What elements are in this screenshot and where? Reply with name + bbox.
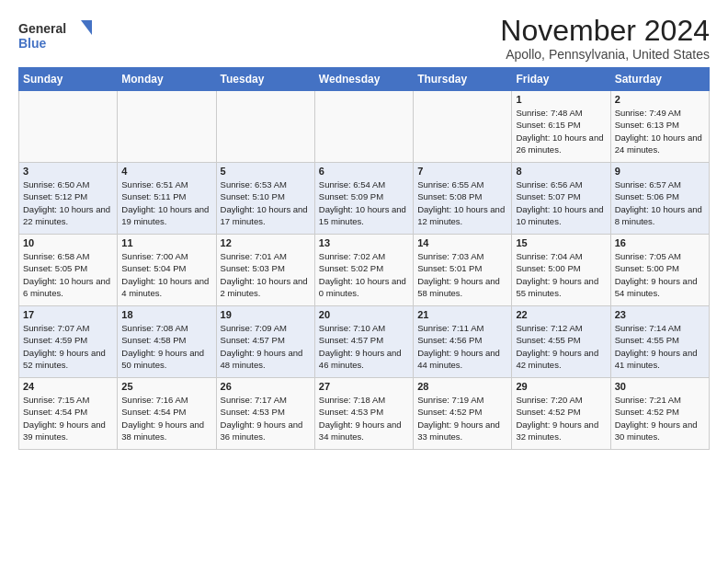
day-number: 4 [121, 166, 211, 177]
day-number: 18 [121, 309, 211, 320]
table-row: 30Sunrise: 7:21 AM Sunset: 4:52 PM Dayli… [610, 378, 709, 450]
day-info: Sunrise: 7:48 AM Sunset: 6:15 PM Dayligh… [516, 107, 606, 155]
table-row: 14Sunrise: 7:03 AM Sunset: 5:01 PM Dayli… [414, 235, 512, 306]
day-number: 17 [23, 309, 113, 320]
table-row [414, 91, 512, 163]
table-row: 28Sunrise: 7:19 AM Sunset: 4:52 PM Dayli… [414, 378, 512, 450]
table-row: 1Sunrise: 7:48 AM Sunset: 6:15 PM Daylig… [512, 91, 610, 163]
day-info: Sunrise: 7:19 AM Sunset: 4:52 PM Dayligh… [417, 394, 507, 442]
table-row: 20Sunrise: 7:10 AM Sunset: 4:57 PM Dayli… [314, 306, 413, 378]
col-monday: Monday [118, 68, 216, 91]
table-row: 2Sunrise: 7:49 AM Sunset: 6:13 PM Daylig… [610, 91, 709, 163]
day-info: Sunrise: 6:51 AM Sunset: 5:11 PM Dayligh… [121, 178, 211, 227]
day-info: Sunrise: 7:09 AM Sunset: 4:57 PM Dayligh… [221, 322, 311, 371]
table-row: 19Sunrise: 7:09 AM Sunset: 4:57 PM Dayli… [216, 306, 314, 378]
svg-text:Blue: Blue [18, 36, 47, 51]
day-info: Sunrise: 7:07 AM Sunset: 4:59 PM Dayligh… [23, 322, 113, 371]
col-sunday: Sunday [19, 68, 118, 91]
day-info: Sunrise: 7:08 AM Sunset: 4:58 PM Dayligh… [121, 322, 211, 371]
table-row: 15Sunrise: 7:04 AM Sunset: 5:00 PM Dayli… [512, 235, 610, 306]
day-number: 9 [615, 166, 705, 177]
day-info: Sunrise: 7:05 AM Sunset: 5:00 PM Dayligh… [615, 250, 705, 299]
day-number: 3 [23, 166, 113, 177]
table-row: 22Sunrise: 7:12 AM Sunset: 4:55 PM Dayli… [512, 306, 610, 378]
day-info: Sunrise: 7:18 AM Sunset: 4:53 PM Dayligh… [319, 394, 409, 442]
day-info: Sunrise: 6:58 AM Sunset: 5:05 PM Dayligh… [23, 250, 113, 299]
col-tuesday: Tuesday [216, 68, 314, 91]
day-info: Sunrise: 7:04 AM Sunset: 5:00 PM Dayligh… [516, 250, 606, 299]
table-row: 29Sunrise: 7:20 AM Sunset: 4:52 PM Dayli… [512, 378, 610, 450]
header: General Blue November 2024 Apollo, Penns… [18, 15, 710, 62]
table-row: 6Sunrise: 6:54 AM Sunset: 5:09 PM Daylig… [314, 163, 413, 235]
table-row: 13Sunrise: 7:02 AM Sunset: 5:02 PM Dayli… [314, 235, 413, 306]
calendar-week-row: 1Sunrise: 7:48 AM Sunset: 6:15 PM Daylig… [19, 91, 710, 163]
day-info: Sunrise: 7:10 AM Sunset: 4:57 PM Dayligh… [319, 322, 409, 371]
day-info: Sunrise: 6:55 AM Sunset: 5:08 PM Dayligh… [417, 178, 507, 227]
day-number: 24 [23, 381, 113, 392]
calendar-week-row: 24Sunrise: 7:15 AM Sunset: 4:54 PM Dayli… [19, 378, 710, 450]
day-number: 8 [516, 166, 606, 177]
calendar-week-row: 10Sunrise: 6:58 AM Sunset: 5:05 PM Dayli… [19, 235, 710, 306]
day-number: 27 [319, 381, 409, 392]
table-row: 24Sunrise: 7:15 AM Sunset: 4:54 PM Dayli… [19, 378, 118, 450]
day-number: 16 [615, 237, 705, 248]
day-info: Sunrise: 7:01 AM Sunset: 5:03 PM Dayligh… [221, 250, 311, 299]
day-number: 11 [121, 237, 211, 248]
col-thursday: Thursday [414, 68, 512, 91]
table-row: 26Sunrise: 7:17 AM Sunset: 4:53 PM Dayli… [216, 378, 314, 450]
table-row: 21Sunrise: 7:11 AM Sunset: 4:56 PM Dayli… [414, 306, 512, 378]
day-info: Sunrise: 7:21 AM Sunset: 4:52 PM Dayligh… [615, 394, 705, 442]
day-info: Sunrise: 7:02 AM Sunset: 5:02 PM Dayligh… [319, 250, 409, 299]
location-title: Apollo, Pennsylvania, United States [500, 47, 710, 62]
day-info: Sunrise: 6:56 AM Sunset: 5:07 PM Dayligh… [516, 178, 606, 227]
page: General Blue November 2024 Apollo, Penns… [0, 0, 728, 459]
day-number: 21 [417, 309, 507, 320]
day-info: Sunrise: 7:11 AM Sunset: 4:56 PM Dayligh… [417, 322, 507, 371]
day-number: 28 [417, 381, 507, 392]
day-number: 30 [615, 381, 705, 392]
day-number: 14 [417, 237, 507, 248]
day-number: 29 [516, 381, 606, 392]
day-number: 5 [221, 166, 311, 177]
day-info: Sunrise: 7:17 AM Sunset: 4:53 PM Dayligh… [221, 394, 311, 442]
table-row: 7Sunrise: 6:55 AM Sunset: 5:08 PM Daylig… [414, 163, 512, 235]
table-row: 10Sunrise: 6:58 AM Sunset: 5:05 PM Dayli… [19, 235, 118, 306]
day-number: 6 [319, 166, 409, 177]
day-info: Sunrise: 7:00 AM Sunset: 5:04 PM Dayligh… [121, 250, 211, 299]
table-row: 17Sunrise: 7:07 AM Sunset: 4:59 PM Dayli… [19, 306, 118, 378]
day-number: 2 [615, 94, 705, 105]
table-row [314, 91, 413, 163]
day-number: 10 [23, 237, 113, 248]
day-info: Sunrise: 7:03 AM Sunset: 5:01 PM Dayligh… [417, 250, 507, 299]
day-number: 22 [516, 309, 606, 320]
table-row: 3Sunrise: 6:50 AM Sunset: 5:12 PM Daylig… [19, 163, 118, 235]
table-row: 23Sunrise: 7:14 AM Sunset: 4:55 PM Dayli… [610, 306, 709, 378]
day-number: 12 [221, 237, 311, 248]
calendar-week-row: 17Sunrise: 7:07 AM Sunset: 4:59 PM Dayli… [19, 306, 710, 378]
table-row: 27Sunrise: 7:18 AM Sunset: 4:53 PM Dayli… [314, 378, 413, 450]
day-number: 25 [121, 381, 211, 392]
day-number: 23 [615, 309, 705, 320]
day-info: Sunrise: 6:50 AM Sunset: 5:12 PM Dayligh… [23, 178, 113, 227]
day-info: Sunrise: 6:57 AM Sunset: 5:06 PM Dayligh… [615, 178, 705, 227]
day-info: Sunrise: 7:16 AM Sunset: 4:54 PM Dayligh… [121, 394, 211, 442]
svg-text:General: General [18, 21, 66, 36]
table-row: 8Sunrise: 6:56 AM Sunset: 5:07 PM Daylig… [512, 163, 610, 235]
day-info: Sunrise: 7:49 AM Sunset: 6:13 PM Dayligh… [615, 107, 705, 155]
day-info: Sunrise: 7:20 AM Sunset: 4:52 PM Dayligh… [516, 394, 606, 442]
day-number: 26 [221, 381, 311, 392]
table-row: 25Sunrise: 7:16 AM Sunset: 4:54 PM Dayli… [118, 378, 216, 450]
day-info: Sunrise: 7:15 AM Sunset: 4:54 PM Dayligh… [23, 394, 113, 442]
col-wednesday: Wednesday [314, 68, 413, 91]
table-row [118, 91, 216, 163]
day-info: Sunrise: 6:53 AM Sunset: 5:10 PM Dayligh… [221, 178, 311, 227]
day-info: Sunrise: 7:14 AM Sunset: 4:55 PM Dayligh… [615, 322, 705, 371]
day-number: 20 [319, 309, 409, 320]
table-row: 16Sunrise: 7:05 AM Sunset: 5:00 PM Dayli… [610, 235, 709, 306]
table-row: 12Sunrise: 7:01 AM Sunset: 5:03 PM Dayli… [216, 235, 314, 306]
table-row: 18Sunrise: 7:08 AM Sunset: 4:58 PM Dayli… [118, 306, 216, 378]
logo: General Blue [18, 18, 92, 57]
svg-marker-2 [81, 20, 92, 35]
calendar-header-row: Sunday Monday Tuesday Wednesday Thursday… [19, 68, 710, 91]
title-area: November 2024 Apollo, Pennsylvania, Unit… [500, 15, 710, 62]
